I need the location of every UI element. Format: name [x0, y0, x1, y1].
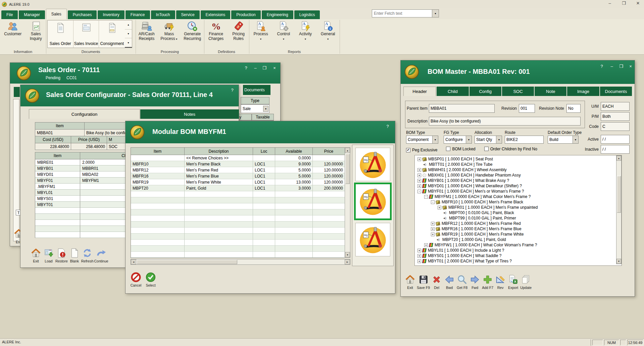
revision-field[interactable]: 001 — [519, 104, 535, 113]
modular-bom-row[interactable] — [131, 246, 345, 252]
bom-tree-node[interactable]: + ◄) MBYT01 [ 2.0000 EACH ] What Type of… — [415, 258, 621, 264]
spin-down-icon[interactable]: ▼ — [125, 30, 132, 39]
ribbon-tab[interactable]: Production — [231, 10, 260, 19]
configurator-titlebar[interactable]: Sales Order Configurator - Sales Order 7… — [20, 85, 239, 106]
ribbon-item-customer[interactable]: Customer — [4, 20, 21, 41]
scroll-left-icon[interactable]: ◄ — [131, 259, 136, 264]
bom-tree-node[interactable]: ◄) MBTT01 [ 2.0000 EACH ] Tire Tube — [415, 162, 621, 167]
type-value-cell[interactable]: Sale ▼ — [241, 104, 269, 113]
ribbon-item-mass-process[interactable]: Mass Process▼ — [160, 20, 178, 42]
help-icon[interactable]: ? — [598, 64, 605, 69]
help-icon[interactable]: ? — [384, 124, 391, 129]
bom-master-tab[interactable]: Child — [437, 87, 468, 96]
code-field[interactable]: C — [601, 122, 630, 131]
modular-bom-row[interactable] — [131, 228, 345, 234]
dropdown-arrow-icon[interactable]: ▼ — [327, 37, 329, 42]
bom-tree-node[interactable]: + ◄) MBWH01 [ 2.0000 EACH ] Wheel Assemb… — [415, 167, 621, 172]
help-icon[interactable]: ? — [242, 65, 250, 70]
modular-bom-row[interactable] — [131, 191, 345, 197]
expand-toggle-icon[interactable]: - — [424, 195, 428, 199]
exit-button[interactable]: Exit — [30, 248, 42, 263]
scroll-down-icon[interactable]: ▼ — [345, 252, 350, 257]
modular-bom-hscrollbar[interactable]: ◄ ► — [131, 259, 350, 265]
ribbon-item-consignment[interactable]: Consignment — [99, 20, 125, 48]
bom-tree-node[interactable]: + ◄) MBYB01 [ 1.0000 EACH ] What Brake A… — [415, 178, 621, 183]
ribbon-item-sales-order[interactable]: Sales Order — [48, 20, 73, 48]
ribbon-item-ar-cash-receipts[interactable]: AR/Cash Receipts — [139, 20, 155, 42]
bom-tree-node[interactable]: - ◄) MBYF01 [ 1.0000 EACH ] Men's or Wom… — [415, 189, 621, 194]
app-minimize-icon[interactable]: – — [606, 1, 613, 6]
ribbon-item-process-report[interactable]: A Process ▼ — [253, 20, 268, 42]
expand-toggle-icon[interactable]: + — [417, 168, 421, 172]
minimize-icon[interactable]: – — [252, 65, 259, 70]
expand-toggle-icon[interactable]: - — [431, 200, 435, 204]
bom-tree-node[interactable]: - ◄) MBFR10 [ 1.0000 EACH ] Men's Frame … — [415, 199, 621, 205]
parent-item-field[interactable]: MBBA01 — [429, 104, 495, 113]
dropdown-arrow-icon[interactable]: ▼ — [282, 37, 285, 42]
bom-master-titlebar[interactable]: BOM Master - MBBA01 Rev: 001 ? – ❒ × — [401, 60, 635, 84]
vscroll-thumb[interactable] — [345, 154, 350, 184]
close-icon[interactable]: × — [271, 65, 278, 70]
bom-tree-node[interactable]: - ◄) MBYFM1 [ 1.0000 EACH ] What Color M… — [415, 194, 621, 199]
modular-bom-vscrollbar[interactable]: ▲ ▼ — [345, 147, 350, 258]
expand-toggle-icon[interactable]: + — [417, 174, 421, 177]
ribbon-item-generate-recurring[interactable]: Generate Recurring — [184, 20, 201, 42]
ribbon-tab[interactable]: File — [1, 10, 18, 19]
spin-last-icon[interactable]: ▼ — [125, 38, 132, 48]
ribbon-item-activity-report[interactable]: A Activity ▼ — [299, 20, 312, 42]
modular-bom-row[interactable]: MBFR19Men's Frame WhiteLOC1 13.0000120.0… — [131, 179, 345, 185]
bom-type-dropdown[interactable]: Component▼ — [406, 136, 438, 144]
modular-bom-row[interactable] — [131, 203, 345, 209]
modular-bom-row[interactable]: MBFR16Men's Frame BlueLOC1 5.0000120.000… — [131, 173, 345, 179]
ribbon-item-sales-inquiry[interactable]: Sales Inquiry — [30, 20, 42, 41]
bom-tree-node[interactable]: ◄) MBPT99 [ 0.0100 GAL ] Paint, Primer — [415, 215, 621, 221]
bom-master-tab[interactable]: Config — [469, 87, 501, 96]
fetch-dropdown-icon[interactable]: ▼ — [432, 9, 439, 17]
ribbon-tab[interactable]: Inventory — [98, 10, 124, 19]
add-button[interactable]: Add F7 — [482, 275, 494, 290]
bom-checkbox[interactable]: Order Children by Find No — [484, 147, 537, 151]
ribbon-tab[interactable]: Engineering — [262, 10, 293, 19]
modular-bom-row[interactable] — [131, 197, 345, 203]
frame-thumbnail-2-selected[interactable]: Mg — [354, 183, 392, 220]
forward-button[interactable]: Fwd — [469, 275, 481, 290]
continue-button[interactable]: Continue — [94, 248, 108, 263]
scroll-down-icon[interactable]: ▼ — [616, 259, 621, 264]
type-dropdown-icon[interactable]: ▼ — [263, 106, 268, 112]
frame-thumbnail-1[interactable]: Mg — [355, 148, 390, 181]
inactive-date-field[interactable]: / / — [601, 145, 630, 154]
select-button[interactable]: Select — [145, 272, 157, 287]
tree-scroll-thumb[interactable] — [617, 176, 621, 213]
ribbon-tab[interactable]: InTouch — [151, 10, 175, 19]
bom-tree-node[interactable]: + ◄) MBFR12 [ 1.0000 EACH ] Men's Frame … — [415, 221, 621, 226]
allocation-dropdown[interactable]: Start Qty▼ — [475, 136, 502, 144]
ribbon-tab[interactable]: Purchases — [68, 10, 97, 19]
modular-bom-row[interactable]: MBFR10Men's Frame BlackLOC1 9.0000120.00… — [131, 161, 345, 167]
delete-button[interactable]: Del — [431, 275, 443, 290]
expand-toggle-icon[interactable]: + — [417, 157, 421, 161]
modular-bom-row[interactable]: MBPT20Paint, GoldLOC1 3.0000200.00000 — [131, 185, 345, 191]
save-button[interactable]: Save F9 — [417, 275, 430, 290]
update-button[interactable]: Update — [520, 275, 532, 290]
bom-master-tab[interactable]: SOC — [502, 87, 534, 96]
tab-notes[interactable]: Notes — [140, 109, 239, 119]
bom-tree-node[interactable]: + ◄) MBXH01 [ 1.0000 EACH ] Handlebar Ph… — [415, 172, 621, 178]
ribbon-tab[interactable]: Logistics — [294, 10, 320, 19]
description-field[interactable]: Bike Assy (to be configured) — [429, 117, 581, 126]
bom-tree-node[interactable]: + ◄) MBYL01 [ 1.0000 EACH ] Include a Li… — [415, 248, 621, 253]
bom-tree-node[interactable]: + ◄) MBFR16 [ 1.0000 EACH ] Men's Frame … — [415, 226, 621, 232]
ribbon-tab[interactable]: Service — [176, 10, 200, 19]
active-date-field[interactable]: / / — [601, 135, 630, 144]
expand-toggle-icon[interactable]: + — [417, 254, 421, 258]
bom-master-tab[interactable]: Documents — [600, 87, 632, 96]
app-close-icon[interactable]: ✕ — [635, 1, 641, 6]
bom-tree-node[interactable]: + ◄) MBYS01 [ 1.0000 EACH ] What Saddle … — [415, 253, 621, 258]
expand-toggle-icon[interactable]: + — [417, 184, 421, 188]
modular-bom-row[interactable] — [131, 215, 345, 221]
bom-master-tab[interactable]: Header — [403, 87, 436, 96]
export-button[interactable]: X Export — [507, 275, 519, 290]
pm-field[interactable]: Both — [601, 112, 630, 121]
spin-up-icon[interactable]: ▲ — [125, 20, 132, 30]
bom-tree-node[interactable]: + ◄) MBFR01 [ 1.0000 EACH ] Men's Frame … — [415, 205, 621, 210]
dropdown-arrow-icon[interactable]: ▼ — [304, 37, 307, 42]
